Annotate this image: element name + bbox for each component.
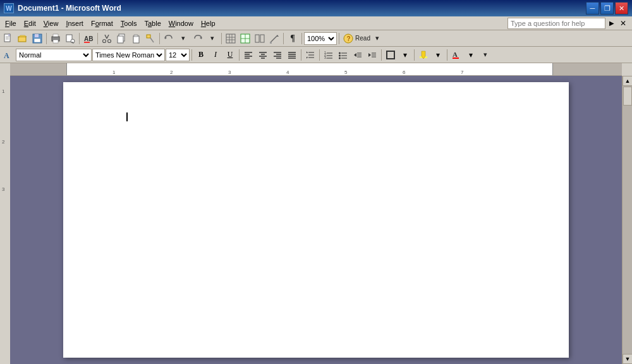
minimize-button[interactable]: ─ bbox=[586, 2, 599, 15]
menu-tools[interactable]: Tools bbox=[117, 18, 141, 28]
read-button[interactable]: Read bbox=[356, 32, 370, 46]
svg-rect-20 bbox=[133, 36, 139, 43]
svg-marker-75 bbox=[354, 53, 356, 57]
help-button[interactable]: ? bbox=[341, 32, 355, 46]
close-button[interactable]: ✕ bbox=[615, 2, 628, 15]
size-dropdown[interactable]: 12 10 14 16 bbox=[166, 49, 190, 61]
right-scrollbar[interactable]: ▲ ▼ bbox=[622, 76, 632, 364]
line-spacing-button[interactable] bbox=[303, 48, 317, 62]
cut-button[interactable] bbox=[100, 32, 114, 46]
menu-window[interactable]: Window bbox=[165, 18, 197, 28]
print-button[interactable] bbox=[49, 32, 63, 46]
outside-border-button[interactable] bbox=[384, 48, 398, 62]
svg-rect-26 bbox=[226, 34, 235, 43]
svg-rect-10 bbox=[53, 40, 58, 43]
ruler-right-side bbox=[622, 63, 632, 76]
print-preview-button[interactable] bbox=[63, 32, 77, 46]
sep6 bbox=[283, 33, 284, 44]
font-color-button[interactable]: A bbox=[449, 48, 463, 62]
svg-rect-34 bbox=[255, 35, 259, 42]
scroll-track[interactable] bbox=[623, 86, 632, 354]
svg-rect-83 bbox=[387, 51, 394, 59]
redo-button[interactable] bbox=[191, 32, 205, 46]
help-input[interactable] bbox=[507, 18, 605, 29]
sep7 bbox=[301, 33, 302, 44]
svg-rect-19 bbox=[118, 36, 123, 43]
border-dropdown[interactable]: ▾ bbox=[398, 48, 412, 62]
svg-point-16 bbox=[103, 39, 106, 42]
ruler: 1 2 3 4 5 6 7 bbox=[0, 63, 632, 76]
font-dropdown[interactable]: Times New Roman Arial Courier New bbox=[92, 49, 165, 61]
justify-button[interactable] bbox=[285, 48, 299, 62]
paste-button[interactable] bbox=[129, 32, 143, 46]
undo-dropdown[interactable]: ▾ bbox=[176, 32, 190, 46]
scroll-up-button[interactable]: ▲ bbox=[623, 76, 632, 86]
menu-format[interactable]: Format bbox=[87, 18, 117, 28]
svg-marker-79 bbox=[368, 53, 371, 57]
scroll-thumb[interactable] bbox=[623, 87, 632, 106]
menu-file[interactable]: File bbox=[1, 18, 20, 28]
svg-point-69 bbox=[339, 52, 341, 54]
font-color-dropdown[interactable]: ▾ bbox=[464, 48, 478, 62]
left-ruler: 1 2 3 bbox=[0, 76, 10, 364]
svg-line-36 bbox=[270, 35, 277, 42]
help-close-button[interactable]: ✕ bbox=[618, 18, 628, 28]
style-dropdown[interactable]: Normal Heading 1 Heading 2 bbox=[16, 49, 92, 61]
document-page[interactable] bbox=[63, 82, 569, 358]
svg-rect-22 bbox=[147, 35, 150, 38]
menu-insert[interactable]: Insert bbox=[62, 18, 87, 28]
save-button[interactable] bbox=[30, 32, 44, 46]
open-button[interactable] bbox=[16, 32, 30, 46]
align-right-button[interactable] bbox=[270, 48, 284, 62]
show-hide-button[interactable]: ¶ bbox=[286, 32, 300, 46]
restore-button[interactable]: ❐ bbox=[600, 2, 614, 15]
fmt-sep4 bbox=[319, 49, 320, 61]
svg-rect-4 bbox=[18, 37, 26, 42]
insert-table-button[interactable] bbox=[224, 32, 238, 46]
highlight-button[interactable] bbox=[416, 48, 430, 62]
svg-rect-86 bbox=[453, 58, 459, 59]
toolbar-options-button[interactable]: ▾ bbox=[370, 32, 384, 46]
menu-table[interactable]: Table bbox=[140, 18, 164, 28]
insert-excel-button[interactable] bbox=[238, 32, 252, 46]
underline-button[interactable]: U bbox=[223, 48, 237, 62]
svg-rect-35 bbox=[260, 35, 264, 42]
new-button[interactable] bbox=[1, 32, 15, 46]
bold-button[interactable]: B bbox=[194, 48, 208, 62]
doc-area[interactable] bbox=[10, 76, 622, 364]
undo-button[interactable] bbox=[162, 32, 176, 46]
sep2 bbox=[79, 33, 80, 44]
numbered-list-button[interactable]: 1.2.3. bbox=[322, 48, 336, 62]
svg-rect-6 bbox=[35, 34, 39, 37]
format-painter-button[interactable] bbox=[143, 32, 157, 46]
sep3 bbox=[97, 33, 98, 44]
spell-button[interactable]: ABC bbox=[82, 32, 95, 46]
zoom-select[interactable]: 100% 75% 150% bbox=[304, 32, 337, 45]
fmt-sep2 bbox=[239, 49, 240, 61]
format-options-button[interactable]: ▾ bbox=[478, 48, 492, 62]
svg-point-71 bbox=[339, 54, 341, 56]
highlight-dropdown[interactable]: ▾ bbox=[431, 48, 445, 62]
svg-point-73 bbox=[339, 57, 341, 59]
redo-dropdown[interactable]: ▾ bbox=[205, 32, 219, 46]
app-icon: W bbox=[4, 3, 14, 13]
increase-indent-button[interactable] bbox=[365, 48, 379, 62]
svg-line-23 bbox=[150, 38, 154, 42]
columns-button[interactable] bbox=[253, 32, 267, 46]
align-center-button[interactable] bbox=[256, 48, 270, 62]
sep8 bbox=[339, 33, 339, 44]
align-left-button[interactable] bbox=[241, 48, 255, 62]
decrease-indent-button[interactable] bbox=[351, 48, 365, 62]
help-search-button[interactable]: ▶ bbox=[607, 18, 617, 28]
drawing-button[interactable] bbox=[267, 32, 281, 46]
copy-button[interactable] bbox=[114, 32, 128, 46]
menu-help[interactable]: Help bbox=[197, 18, 219, 28]
svg-text:3.: 3. bbox=[324, 56, 327, 59]
bullet-list-button[interactable] bbox=[336, 48, 350, 62]
italic-button[interactable]: I bbox=[209, 48, 222, 62]
menu-edit[interactable]: Edit bbox=[20, 18, 40, 28]
fmt-sep6 bbox=[414, 49, 415, 61]
svg-marker-25 bbox=[200, 37, 202, 39]
scroll-down-button[interactable]: ▼ bbox=[623, 354, 632, 364]
menu-view[interactable]: View bbox=[40, 18, 63, 28]
